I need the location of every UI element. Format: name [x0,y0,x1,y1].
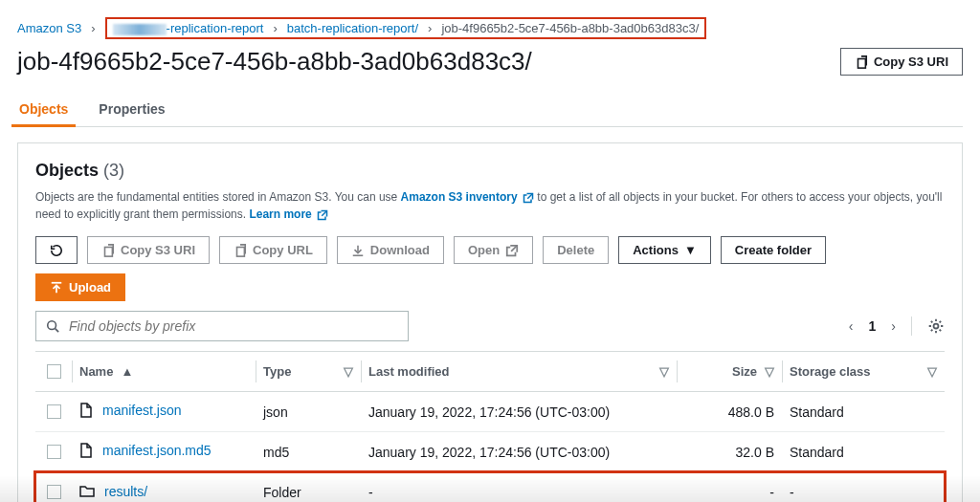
object-name-link[interactable]: manifest.json.md5 [102,443,212,458]
cell-last-modified: January 19, 2022, 17:24:56 (UTC-03:00) [361,432,677,472]
copy-s3-uri-button-tb[interactable]: Copy S3 URI [87,236,210,264]
col-last-modified[interactable]: Last modified▽ [361,352,677,392]
breadcrumb-bucket[interactable]: -replication-report [113,21,264,35]
refresh-icon [50,244,63,257]
download-icon [351,244,365,257]
file-icon [79,403,93,418]
external-link-icon [505,244,519,257]
svg-rect-0 [858,58,865,68]
sort-indicator-icon: ▽ [659,364,669,379]
row-checkbox[interactable] [47,445,61,459]
copy-icon [855,55,868,69]
cell-type: json [256,392,361,432]
search-input[interactable] [67,317,398,335]
copy-icon [234,244,247,257]
learn-more-link[interactable]: Learn more [249,207,328,221]
open-button[interactable]: Open [454,236,533,264]
sort-asc-icon: ▲ [121,364,133,379]
col-type[interactable]: Type▽ [256,352,361,392]
objects-panel: Objects (3) Objects are the fundamental … [17,142,963,502]
search-icon [46,319,59,333]
cell-storage-class: - [782,472,945,503]
download-button[interactable]: Download [337,236,444,264]
breadcrumb: Amazon S3 › -replication-report › batch-… [17,17,963,39]
breadcrumb-highlight-box: -replication-report › batch-replication-… [105,17,707,39]
tabs: Objects Properties [17,92,963,127]
svg-point-4 [934,324,939,329]
external-link-icon [317,209,328,221]
redacted-bucket-prefix [113,24,167,35]
objects-table: Name▲ Type▽ Last modified▽ Size▽ Storage… [35,351,945,502]
table-row: results/Folder--- [35,472,945,503]
col-name[interactable]: Name▲ [72,352,256,392]
cell-storage-class: Standard [782,432,945,472]
col-storage-class[interactable]: Storage class▽ [782,352,945,392]
inventory-link[interactable]: Amazon S3 inventory [401,190,538,204]
row-checkbox[interactable] [47,485,61,499]
cell-size: 32.0 B [677,432,782,472]
tab-objects[interactable]: Objects [17,92,70,126]
external-link-icon [523,192,534,204]
table-row: manifest.json.md5md5January 19, 2022, 17… [35,432,945,472]
tab-properties[interactable]: Properties [97,92,167,126]
create-folder-button[interactable]: Create folder [721,236,826,264]
cell-storage-class: Standard [782,392,945,432]
chevron-right-icon: › [428,21,432,35]
copy-url-button[interactable]: Copy URL [219,236,327,264]
caret-down-icon: ▼ [684,243,697,257]
gear-icon [927,317,945,335]
cell-size: - [677,472,782,503]
actions-menu-button[interactable]: Actions ▼ [618,236,711,264]
svg-point-3 [48,321,56,330]
object-name-link[interactable]: results/ [104,484,147,499]
col-size[interactable]: Size▽ [677,352,782,392]
select-all-checkbox[interactable] [47,364,61,379]
copy-icon [101,244,115,257]
svg-rect-1 [105,247,113,256]
sort-indicator-icon: ▽ [927,364,937,379]
folder-icon [79,485,95,498]
row-checkbox[interactable] [47,404,61,419]
panel-heading: Objects (3) [35,161,945,181]
chevron-right-icon: › [273,21,277,35]
svg-rect-2 [237,247,245,256]
cell-type: Folder [256,472,361,503]
cell-type: md5 [256,432,361,472]
next-page-button[interactable]: › [891,318,896,334]
object-name-link[interactable]: manifest.json [102,403,181,418]
upload-button[interactable]: Upload [35,273,125,301]
cell-size: 488.0 B [677,392,782,432]
table-row: manifest.jsonjsonJanuary 19, 2022, 17:24… [35,392,945,432]
refresh-button[interactable] [35,236,78,264]
search-box[interactable] [35,311,409,341]
copy-s3-uri-button[interactable]: Copy S3 URI [840,48,963,76]
breadcrumb-folder[interactable]: batch-replication-report/ [287,21,418,35]
sort-indicator-icon: ▽ [765,364,774,379]
panel-description: Objects are the fundamental entities sto… [35,188,945,223]
breadcrumb-current: job-4f9665b2-5ce7-456b-a8bb-3ad0b63d83c3… [441,21,699,35]
breadcrumb-root[interactable]: Amazon S3 [17,21,81,35]
sort-indicator-icon: ▽ [344,364,353,379]
pagination: ‹ 1 › [849,316,945,336]
cell-last-modified: January 19, 2022, 17:24:56 (UTC-03:00) [361,392,677,432]
page-number: 1 [869,318,877,334]
page-title: job-4f9665b2-5ce7-456b-a8bb-3ad0b63d83c3… [17,47,532,76]
upload-icon [50,281,63,295]
cell-last-modified: - [361,472,677,503]
file-icon [79,443,93,458]
prev-page-button[interactable]: ‹ [849,318,854,334]
chevron-right-icon: › [91,21,95,35]
settings-button[interactable] [927,317,945,335]
toolbar: Copy S3 URI Copy URL Download Open Delet… [35,236,945,264]
delete-button[interactable]: Delete [543,236,609,264]
